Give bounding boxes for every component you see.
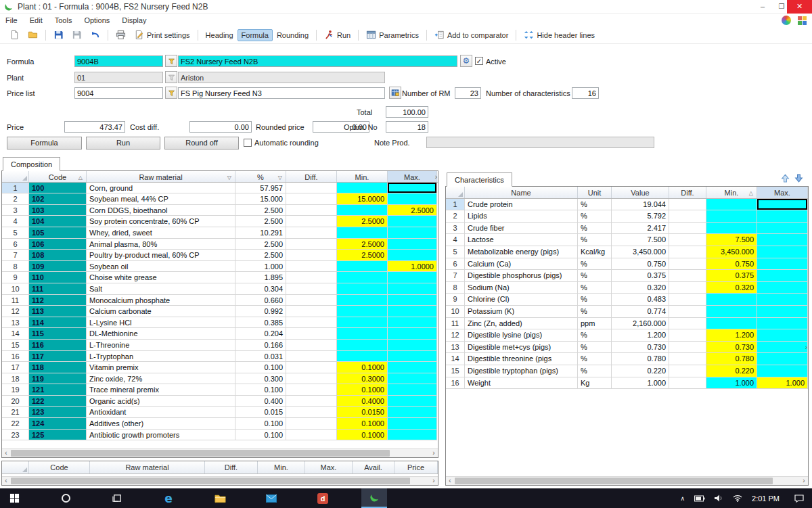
diff-cell[interactable] — [286, 306, 337, 317]
diff-cell[interactable] — [669, 306, 706, 318]
unit-cell[interactable]: Kg — [578, 377, 612, 390]
diff-cell[interactable] — [669, 365, 706, 377]
row-number[interactable]: 11 — [2, 295, 29, 306]
wifi-icon[interactable] — [733, 494, 742, 502]
feed-app-button-active[interactable] — [361, 488, 387, 508]
footer-hscroll-thumb[interactable] — [11, 478, 410, 484]
name-cell[interactable]: Lactose — [465, 234, 578, 246]
min-cell[interactable] — [706, 223, 757, 235]
row-number[interactable]: 1 — [2, 183, 29, 194]
row-number[interactable]: 3 — [2, 205, 29, 216]
footer-header-min[interactable]: Min. — [258, 461, 305, 474]
raw-material-cell[interactable]: DL-Methionine — [87, 328, 235, 340]
unit-cell[interactable]: % — [578, 365, 612, 377]
max-cell[interactable] — [757, 342, 808, 354]
diff-cell[interactable] — [669, 199, 706, 211]
formula-lookup-button[interactable] — [165, 55, 177, 67]
row-number[interactable]: 7 — [2, 250, 29, 261]
min-cell[interactable]: 0.780 — [706, 353, 757, 365]
max-cell[interactable] — [388, 328, 437, 340]
max-cell[interactable] — [757, 234, 808, 246]
diff-cell[interactable] — [669, 329, 706, 342]
diff-cell[interactable] — [669, 210, 706, 223]
min-cell[interactable] — [337, 351, 388, 363]
unit-cell[interactable]: % — [578, 199, 612, 211]
color-wheel-icon[interactable] — [782, 16, 791, 25]
max-cell[interactable] — [388, 396, 437, 407]
percent-cell[interactable]: 0.100 — [235, 430, 286, 441]
percent-cell[interactable]: 1.000 — [235, 261, 286, 273]
characteristics-header-min[interactable]: Min.△ — [706, 187, 757, 198]
code-cell[interactable]: 121 — [29, 384, 87, 396]
max-cell[interactable] — [388, 418, 437, 430]
print-settings-button[interactable]: Print settings — [130, 28, 194, 42]
diff-cell[interactable] — [669, 234, 706, 246]
percent-cell[interactable]: 0.992 — [235, 306, 286, 317]
diff-cell[interactable] — [286, 183, 337, 194]
diff-cell[interactable] — [286, 340, 337, 351]
max-cell[interactable] — [757, 329, 808, 342]
max-cell[interactable] — [757, 246, 808, 258]
composition-tab[interactable]: Composition — [3, 157, 60, 171]
diff-cell[interactable] — [286, 272, 337, 283]
scroll-right-icon[interactable]: › — [430, 477, 438, 485]
diff-cell[interactable] — [669, 270, 706, 282]
row-number[interactable]: 14 — [2, 328, 29, 340]
composition-header-percent[interactable]: %▽ — [235, 171, 286, 182]
max-cell[interactable] — [757, 210, 808, 223]
menu-tools[interactable]: Tools — [55, 16, 72, 24]
diff-cell[interactable] — [286, 239, 337, 250]
row-number[interactable]: 7 — [446, 270, 465, 282]
scroll-right-icon[interactable]: › — [800, 477, 808, 485]
print-button[interactable] — [112, 28, 130, 42]
unit-cell[interactable]: % — [578, 294, 612, 306]
menu-display[interactable]: Display — [122, 16, 146, 24]
file-explorer-button[interactable] — [207, 488, 233, 508]
value-cell[interactable]: 0.320 — [612, 282, 669, 294]
max-cell[interactable]: 1.000 — [757, 377, 808, 390]
diff-cell[interactable] — [669, 342, 706, 354]
row-number[interactable]: 9 — [2, 272, 29, 283]
percent-cell[interactable]: 2.500 — [235, 216, 286, 227]
max-cell[interactable] — [757, 199, 808, 211]
formula-code-input[interactable] — [74, 55, 163, 67]
code-cell[interactable]: 104 — [29, 216, 87, 227]
composition-hscroll-thumb[interactable] — [11, 450, 390, 457]
diff-cell[interactable] — [669, 258, 706, 271]
value-cell[interactable]: 2,160.000 — [612, 318, 669, 330]
code-cell[interactable]: 103 — [29, 205, 87, 216]
unit-cell[interactable]: % — [578, 258, 612, 271]
row-number[interactable]: 12 — [446, 329, 465, 342]
diff-cell[interactable] — [286, 373, 337, 385]
min-cell[interactable] — [337, 227, 388, 239]
diff-cell[interactable] — [286, 283, 337, 295]
code-cell[interactable]: 108 — [29, 250, 87, 261]
max-cell[interactable] — [757, 365, 808, 377]
row-number[interactable]: 16 — [2, 351, 29, 363]
min-cell[interactable] — [706, 199, 757, 211]
percent-cell[interactable]: 0.204 — [235, 328, 286, 340]
raw-material-cell[interactable]: Salt — [87, 283, 235, 295]
percent-cell[interactable]: 15.000 — [235, 193, 286, 205]
composition-header-min[interactable]: Min. — [337, 171, 388, 182]
unit-cell[interactable]: Kcal/kg — [578, 246, 612, 258]
code-cell[interactable]: 115 — [29, 328, 87, 340]
active-checkbox[interactable]: ✓ — [475, 57, 483, 65]
footer-corner-cell[interactable] — [2, 461, 29, 474]
composition-footer-hscrollbar[interactable]: ‹ › — [2, 476, 438, 485]
min-cell[interactable]: 0.1000 — [337, 362, 388, 373]
name-cell[interactable]: Weight — [465, 377, 578, 390]
row-number[interactable]: 23 — [2, 430, 29, 441]
code-cell[interactable]: 111 — [29, 283, 87, 295]
row-number[interactable]: 2 — [2, 193, 29, 205]
value-cell[interactable]: 0.483 — [612, 294, 669, 306]
row-number[interactable]: 19 — [2, 384, 29, 396]
composition-header-diff[interactable]: Diff. — [286, 171, 337, 182]
max-cell[interactable] — [388, 239, 437, 250]
name-cell[interactable]: Chlorine (Cl) — [465, 294, 578, 306]
plant-lookup-button[interactable] — [165, 71, 177, 83]
composition-corner-cell[interactable] — [2, 171, 29, 182]
diff-cell[interactable] — [286, 351, 337, 363]
min-cell[interactable] — [706, 294, 757, 306]
move-down-icon[interactable] — [794, 174, 803, 183]
